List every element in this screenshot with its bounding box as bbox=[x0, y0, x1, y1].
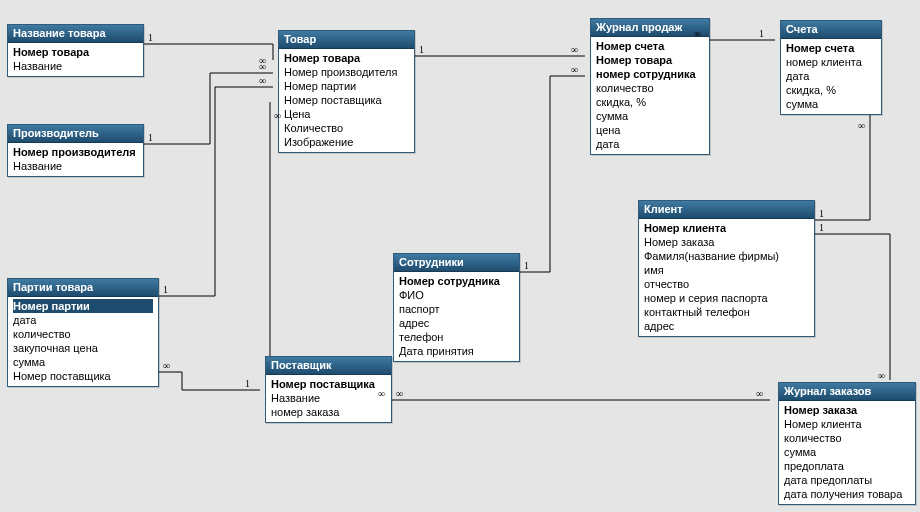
entity-title: Сотрудники bbox=[394, 254, 519, 272]
entity-partii-tovara[interactable]: Партии товараНомер партиидатаколичествоз… bbox=[7, 278, 159, 387]
cardinality-label: ∞ bbox=[163, 360, 170, 371]
field[interactable]: Номер товара bbox=[13, 45, 138, 59]
cardinality-label: ∞ bbox=[259, 61, 266, 72]
cardinality-label: 1 bbox=[419, 44, 424, 55]
field[interactable]: Название bbox=[13, 159, 138, 173]
cardinality-label: 1 bbox=[163, 284, 168, 295]
entity-body: Номер производителяНазвание bbox=[8, 143, 143, 176]
field[interactable]: Номер товара bbox=[596, 53, 704, 67]
field[interactable]: Номер производителя bbox=[13, 145, 138, 159]
entity-title: Партии товара bbox=[8, 279, 158, 297]
entity-title: Журнал продаж bbox=[591, 19, 709, 37]
field[interactable]: Номер клиента bbox=[784, 417, 910, 431]
field[interactable]: Номер поставщика bbox=[13, 369, 153, 383]
field[interactable]: номер сотрудника bbox=[596, 67, 704, 81]
entity-zhurnal-prodazh[interactable]: Журнал продажНомер счетаНомер товараноме… bbox=[590, 18, 710, 155]
entity-body: Номер сотрудникаФИОпаспортадрестелефонДа… bbox=[394, 272, 519, 361]
field[interactable]: Номер поставщика bbox=[284, 93, 409, 107]
cardinality-label: ∞ bbox=[878, 370, 885, 381]
entity-postavshchik[interactable]: ПоставщикНомер поставщикаНазваниеномер з… bbox=[265, 356, 392, 423]
cardinality-label: 1 bbox=[759, 28, 764, 39]
entity-zhurnal-zakazov[interactable]: Журнал заказовНомер заказаНомер клиентак… bbox=[778, 382, 916, 505]
field[interactable]: Номер заказа bbox=[644, 235, 809, 249]
field[interactable]: Номер производителя bbox=[284, 65, 409, 79]
entity-tovar[interactable]: ТоварНомер товараНомер производителяНоме… bbox=[278, 30, 415, 153]
entity-title: Поставщик bbox=[266, 357, 391, 375]
field[interactable]: сумма bbox=[13, 355, 153, 369]
field[interactable]: цена bbox=[596, 123, 704, 137]
entity-nazvanie-tovara[interactable]: Название товараНомер товараНазвание bbox=[7, 24, 144, 77]
field[interactable]: Количество bbox=[284, 121, 409, 135]
field[interactable]: отчество bbox=[644, 277, 809, 291]
field[interactable]: дата bbox=[13, 313, 153, 327]
entity-title: Клиент bbox=[639, 201, 814, 219]
field[interactable]: Цена bbox=[284, 107, 409, 121]
cardinality-label: 1 bbox=[524, 260, 529, 271]
field[interactable]: предоплата bbox=[784, 459, 910, 473]
field[interactable]: закупочная цена bbox=[13, 341, 153, 355]
cardinality-label: 1 bbox=[148, 32, 153, 43]
entity-title: Счета bbox=[781, 21, 881, 39]
field[interactable]: адрес bbox=[644, 319, 809, 333]
entity-scheta[interactable]: СчетаНомер счетаномер клиентадатаскидка,… bbox=[780, 20, 882, 115]
field[interactable]: телефон bbox=[399, 330, 514, 344]
field[interactable]: скидка, % bbox=[786, 83, 876, 97]
entity-body: Номер счетаномер клиентадатаскидка, %сум… bbox=[781, 39, 881, 114]
entity-title: Журнал заказов bbox=[779, 383, 915, 401]
field[interactable]: Фамиля(название фирмы) bbox=[644, 249, 809, 263]
field[interactable]: Номер клиента bbox=[644, 221, 809, 235]
entity-body: Номер партиидатаколичествозакупочная цен… bbox=[8, 297, 158, 386]
entity-title: Производитель bbox=[8, 125, 143, 143]
field[interactable]: количество bbox=[596, 81, 704, 95]
field[interactable]: ФИО bbox=[399, 288, 514, 302]
field[interactable]: Номер товара bbox=[284, 51, 409, 65]
field[interactable]: дата получения товара bbox=[784, 487, 910, 501]
field[interactable]: номер заказа bbox=[271, 405, 386, 419]
field[interactable]: Дата принятия bbox=[399, 344, 514, 358]
field[interactable]: сумма bbox=[784, 445, 910, 459]
field[interactable]: Номер партии bbox=[13, 299, 153, 313]
cardinality-label: ∞ bbox=[694, 28, 701, 39]
field[interactable]: Номер счета bbox=[786, 41, 876, 55]
field[interactable]: Номер счета bbox=[596, 39, 704, 53]
field[interactable]: дата bbox=[786, 69, 876, 83]
cardinality-label: 1 bbox=[819, 222, 824, 233]
entity-proizvoditel[interactable]: ПроизводительНомер производителяНазвание bbox=[7, 124, 144, 177]
relationship-line bbox=[159, 87, 273, 296]
cardinality-label: 1 bbox=[148, 132, 153, 143]
field[interactable]: Номер партии bbox=[284, 79, 409, 93]
field[interactable]: Номер заказа bbox=[784, 403, 910, 417]
entity-title: Название товара bbox=[8, 25, 143, 43]
entity-sotrudniki[interactable]: СотрудникиНомер сотрудникаФИОпаспортадре… bbox=[393, 253, 520, 362]
field[interactable]: контактный телефон bbox=[644, 305, 809, 319]
entity-klient[interactable]: КлиентНомер клиентаНомер заказаФамиля(на… bbox=[638, 200, 815, 337]
cardinality-label: ∞ bbox=[259, 75, 266, 86]
field[interactable]: количество bbox=[784, 431, 910, 445]
relationship-line bbox=[144, 44, 273, 60]
field[interactable]: адрес bbox=[399, 316, 514, 330]
cardinality-label: ∞ bbox=[378, 388, 385, 399]
field[interactable]: номер и серия паспорта bbox=[644, 291, 809, 305]
field[interactable]: дата предоплаты bbox=[784, 473, 910, 487]
field[interactable]: Номер поставщика bbox=[271, 377, 386, 391]
field[interactable]: номер клиента bbox=[786, 55, 876, 69]
field[interactable]: количество bbox=[13, 327, 153, 341]
entity-body: Номер поставщикаНазваниеномер заказа bbox=[266, 375, 391, 422]
cardinality-label: ∞ bbox=[756, 388, 763, 399]
entity-body: Номер товараНазвание bbox=[8, 43, 143, 76]
field[interactable]: имя bbox=[644, 263, 809, 277]
field[interactable]: скидка, % bbox=[596, 95, 704, 109]
entity-body: Номер товараНомер производителяНомер пар… bbox=[279, 49, 414, 152]
field[interactable]: Название bbox=[13, 59, 138, 73]
field[interactable]: сумма bbox=[786, 97, 876, 111]
cardinality-label: 1 bbox=[245, 378, 250, 389]
entity-body: Номер счетаНомер товараномер сотрудникак… bbox=[591, 37, 709, 154]
field[interactable]: дата bbox=[596, 137, 704, 151]
field[interactable]: Изображение bbox=[284, 135, 409, 149]
field[interactable]: паспорт bbox=[399, 302, 514, 316]
entity-body: Номер заказаНомер клиентаколичествосумма… bbox=[779, 401, 915, 504]
field[interactable]: Номер сотрудника bbox=[399, 274, 514, 288]
entity-body: Номер клиентаНомер заказаФамиля(название… bbox=[639, 219, 814, 336]
field[interactable]: Название bbox=[271, 391, 386, 405]
field[interactable]: сумма bbox=[596, 109, 704, 123]
